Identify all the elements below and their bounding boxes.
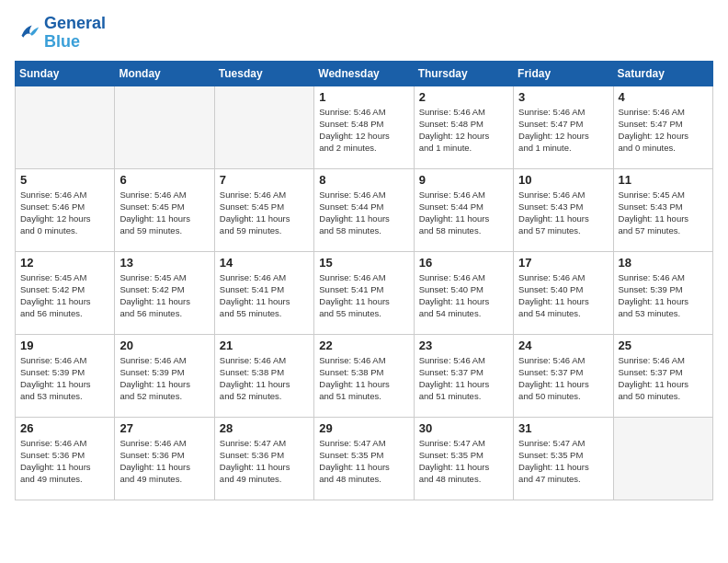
calendar-table: SundayMondayTuesdayWednesdayThursdayFrid… [15, 61, 713, 500]
day-info: Sunrise: 5:46 AM Sunset: 5:41 PM Dayligh… [220, 271, 309, 320]
calendar-cell [613, 417, 712, 500]
calendar-cell: 6Sunrise: 5:46 AM Sunset: 5:45 PM Daylig… [115, 168, 214, 251]
calendar-cell: 11Sunrise: 5:45 AM Sunset: 5:43 PM Dayli… [613, 168, 712, 251]
logo-icon [15, 20, 40, 46]
day-info: Sunrise: 5:46 AM Sunset: 5:47 PM Dayligh… [619, 106, 708, 155]
day-info: Sunrise: 5:46 AM Sunset: 5:48 PM Dayligh… [319, 106, 408, 155]
calendar-cell: 30Sunrise: 5:47 AM Sunset: 5:35 PM Dayli… [414, 417, 513, 500]
week-row-3: 12Sunrise: 5:45 AM Sunset: 5:42 PM Dayli… [16, 251, 713, 334]
day-info: Sunrise: 5:46 AM Sunset: 5:40 PM Dayligh… [518, 271, 608, 320]
day-number: 4 [619, 90, 708, 104]
calendar-cell: 4Sunrise: 5:46 AM Sunset: 5:47 PM Daylig… [613, 86, 712, 168]
day-info: Sunrise: 5:46 AM Sunset: 5:45 PM Dayligh… [220, 189, 309, 237]
day-number: 17 [518, 256, 608, 270]
calendar-cell: 7Sunrise: 5:46 AM Sunset: 5:45 PM Daylig… [214, 168, 313, 251]
day-info: Sunrise: 5:45 AM Sunset: 5:42 PM Dayligh… [20, 271, 109, 320]
day-number: 16 [419, 256, 508, 270]
day-info: Sunrise: 5:46 AM Sunset: 5:41 PM Dayligh… [319, 271, 408, 320]
day-info: Sunrise: 5:46 AM Sunset: 5:37 PM Dayligh… [518, 354, 608, 403]
calendar-cell [115, 86, 214, 168]
day-info: Sunrise: 5:46 AM Sunset: 5:36 PM Dayligh… [119, 437, 209, 486]
weekday-header-wednesday: Wednesday [314, 61, 414, 86]
calendar-cell: 26Sunrise: 5:46 AM Sunset: 5:36 PM Dayli… [16, 417, 115, 500]
calendar-cell: 23Sunrise: 5:46 AM Sunset: 5:37 PM Dayli… [414, 334, 513, 417]
day-info: Sunrise: 5:46 AM Sunset: 5:37 PM Dayligh… [619, 354, 708, 403]
weekday-header-row: SundayMondayTuesdayWednesdayThursdayFrid… [16, 61, 713, 86]
day-number: 6 [119, 173, 209, 187]
day-info: Sunrise: 5:46 AM Sunset: 5:48 PM Dayligh… [419, 106, 508, 155]
day-info: Sunrise: 5:47 AM Sunset: 5:35 PM Dayligh… [319, 437, 408, 486]
weekday-header-friday: Friday [514, 61, 613, 86]
week-row-2: 5Sunrise: 5:46 AM Sunset: 5:46 PM Daylig… [16, 168, 713, 251]
weekday-header-tuesday: Tuesday [214, 61, 313, 86]
day-info: Sunrise: 5:45 AM Sunset: 5:43 PM Dayligh… [619, 189, 708, 237]
weekday-header-sunday: Sunday [16, 61, 115, 86]
day-info: Sunrise: 5:47 AM Sunset: 5:36 PM Dayligh… [220, 437, 309, 486]
day-info: Sunrise: 5:46 AM Sunset: 5:39 PM Dayligh… [619, 271, 708, 320]
day-number: 13 [119, 256, 209, 270]
logo: General Blue [15, 15, 106, 52]
calendar-cell [16, 86, 115, 168]
day-number: 24 [518, 339, 608, 352]
calendar-cell: 15Sunrise: 5:46 AM Sunset: 5:41 PM Dayli… [314, 251, 414, 334]
day-info: Sunrise: 5:46 AM Sunset: 5:46 PM Dayligh… [20, 189, 109, 237]
calendar-cell: 8Sunrise: 5:46 AM Sunset: 5:44 PM Daylig… [314, 168, 414, 251]
day-number: 3 [518, 90, 608, 104]
day-info: Sunrise: 5:46 AM Sunset: 5:37 PM Dayligh… [419, 354, 508, 403]
calendar-cell: 13Sunrise: 5:45 AM Sunset: 5:42 PM Dayli… [115, 251, 214, 334]
day-number: 2 [419, 90, 508, 104]
day-number: 23 [419, 339, 508, 352]
day-number: 28 [220, 421, 309, 435]
day-number: 5 [20, 173, 109, 187]
calendar-cell: 18Sunrise: 5:46 AM Sunset: 5:39 PM Dayli… [613, 251, 712, 334]
day-info: Sunrise: 5:46 AM Sunset: 5:45 PM Dayligh… [119, 189, 209, 237]
day-number: 30 [419, 421, 508, 435]
calendar-cell: 12Sunrise: 5:45 AM Sunset: 5:42 PM Dayli… [16, 251, 115, 334]
week-row-5: 26Sunrise: 5:46 AM Sunset: 5:36 PM Dayli… [16, 417, 713, 500]
day-number: 25 [619, 339, 708, 352]
day-info: Sunrise: 5:45 AM Sunset: 5:42 PM Dayligh… [119, 271, 209, 320]
weekday-header-thursday: Thursday [414, 61, 513, 86]
calendar-cell: 22Sunrise: 5:46 AM Sunset: 5:38 PM Dayli… [314, 334, 414, 417]
day-number: 27 [119, 421, 209, 435]
calendar-cell: 31Sunrise: 5:47 AM Sunset: 5:35 PM Dayli… [514, 417, 613, 500]
day-number: 9 [419, 173, 508, 187]
logo-text: General Blue [44, 15, 106, 52]
page-header: General Blue [15, 15, 713, 52]
day-number: 29 [319, 421, 408, 435]
calendar-cell: 29Sunrise: 5:47 AM Sunset: 5:35 PM Dayli… [314, 417, 414, 500]
day-number: 22 [319, 339, 408, 352]
day-info: Sunrise: 5:46 AM Sunset: 5:47 PM Dayligh… [518, 106, 608, 155]
day-info: Sunrise: 5:46 AM Sunset: 5:40 PM Dayligh… [419, 271, 508, 320]
calendar-cell [214, 86, 313, 168]
calendar-cell: 5Sunrise: 5:46 AM Sunset: 5:46 PM Daylig… [16, 168, 115, 251]
calendar-cell: 14Sunrise: 5:46 AM Sunset: 5:41 PM Dayli… [214, 251, 313, 334]
day-number: 15 [319, 256, 408, 270]
day-number: 11 [619, 173, 708, 187]
day-info: Sunrise: 5:46 AM Sunset: 5:39 PM Dayligh… [20, 354, 109, 403]
week-row-1: 1Sunrise: 5:46 AM Sunset: 5:48 PM Daylig… [16, 86, 713, 168]
calendar-cell: 20Sunrise: 5:46 AM Sunset: 5:39 PM Dayli… [115, 334, 214, 417]
day-info: Sunrise: 5:46 AM Sunset: 5:44 PM Dayligh… [319, 189, 408, 237]
day-number: 1 [319, 90, 408, 104]
day-info: Sunrise: 5:46 AM Sunset: 5:44 PM Dayligh… [419, 189, 508, 237]
day-info: Sunrise: 5:46 AM Sunset: 5:39 PM Dayligh… [119, 354, 209, 403]
calendar-cell: 24Sunrise: 5:46 AM Sunset: 5:37 PM Dayli… [514, 334, 613, 417]
weekday-header-saturday: Saturday [613, 61, 712, 86]
day-info: Sunrise: 5:46 AM Sunset: 5:36 PM Dayligh… [20, 437, 109, 486]
calendar-cell: 3Sunrise: 5:46 AM Sunset: 5:47 PM Daylig… [514, 86, 613, 168]
week-row-4: 19Sunrise: 5:46 AM Sunset: 5:39 PM Dayli… [16, 334, 713, 417]
day-number: 7 [220, 173, 309, 187]
day-number: 20 [119, 339, 209, 352]
day-info: Sunrise: 5:47 AM Sunset: 5:35 PM Dayligh… [419, 437, 508, 486]
calendar-cell: 25Sunrise: 5:46 AM Sunset: 5:37 PM Dayli… [613, 334, 712, 417]
day-number: 10 [518, 173, 608, 187]
calendar-cell: 28Sunrise: 5:47 AM Sunset: 5:36 PM Dayli… [214, 417, 313, 500]
calendar-cell: 2Sunrise: 5:46 AM Sunset: 5:48 PM Daylig… [414, 86, 513, 168]
day-number: 18 [619, 256, 708, 270]
calendar-cell: 21Sunrise: 5:46 AM Sunset: 5:38 PM Dayli… [214, 334, 313, 417]
calendar-cell: 17Sunrise: 5:46 AM Sunset: 5:40 PM Dayli… [514, 251, 613, 334]
day-number: 8 [319, 173, 408, 187]
calendar-cell: 16Sunrise: 5:46 AM Sunset: 5:40 PM Dayli… [414, 251, 513, 334]
calendar-cell: 10Sunrise: 5:46 AM Sunset: 5:43 PM Dayli… [514, 168, 613, 251]
